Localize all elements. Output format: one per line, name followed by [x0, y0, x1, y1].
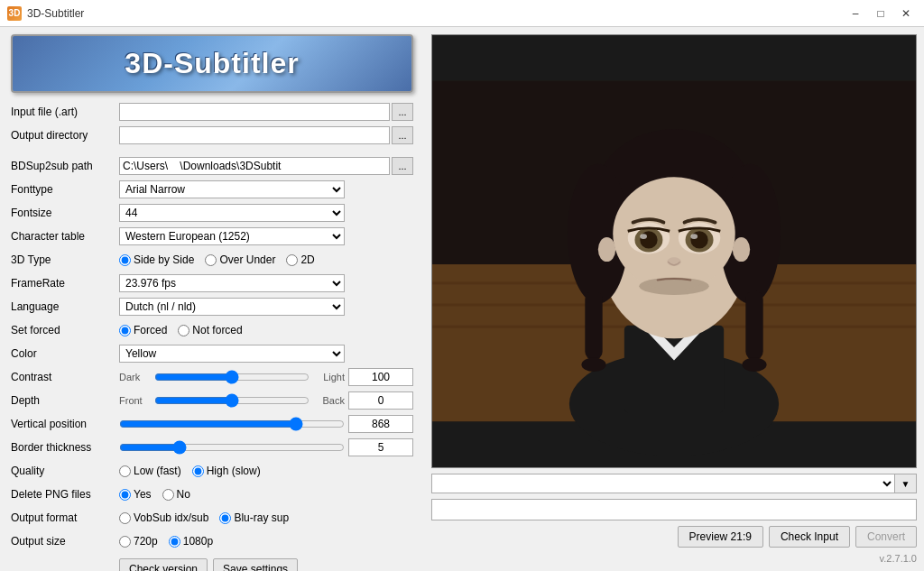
not-forced-radio[interactable] [178, 325, 189, 336]
right-panel: ▼ Preview 21:9 Check Input Convert v.2.7… [424, 27, 924, 571]
forced-label: Forced [134, 324, 167, 336]
output-size-label: Output size [11, 535, 119, 548]
vert-pos-slider[interactable] [119, 417, 345, 431]
vobsub-text: VobSub idx/sub [134, 511, 208, 524]
window-controls: – □ ✕ [845, 5, 917, 23]
quality-high-radio[interactable] [192, 465, 204, 477]
fonttype-control: Arial Narrow Arial Times New Roman [119, 180, 413, 198]
save-settings-button[interactable]: Save settings [213, 558, 298, 571]
close-button[interactable]: ✕ [895, 5, 917, 23]
bluray-radio[interactable] [219, 512, 231, 524]
delete-no-label[interactable]: No [162, 488, 190, 501]
preview-button[interactable]: Preview 21:9 [678, 526, 763, 548]
framerate-label: FrameRate [11, 277, 119, 290]
vobsub-radio[interactable] [119, 512, 131, 524]
delete-no-text: No [177, 488, 190, 501]
input-file-label: Input file (.art) [11, 106, 119, 118]
framerate-select[interactable]: 23.976 fps 24 fps 25 fps 29.97 fps [119, 274, 345, 292]
bdsup-control: ... [119, 157, 413, 175]
type-3d-row: 3D Type Side by Side Over Under 2D [11, 250, 413, 270]
720p-radio-label[interactable]: 720p [119, 535, 158, 548]
fonttype-row: Fonttype Arial Narrow Arial Times New Ro… [11, 180, 413, 199]
minimize-button[interactable]: – [845, 5, 866, 23]
right-controls: ▼ Preview 21:9 Check Input Convert v.2.7… [431, 474, 917, 564]
quality-low-label[interactable]: Low (fast) [119, 465, 181, 477]
ou-radio[interactable] [205, 254, 217, 266]
vert-pos-value-input[interactable] [348, 415, 413, 433]
set-forced-row: Set forced Forced Not forced [11, 320, 413, 340]
svg-rect-15 [585, 290, 602, 360]
input-file-control: ... [119, 103, 413, 121]
1080p-radio[interactable] [169, 536, 180, 548]
2d-radio-label[interactable]: 2D [286, 253, 314, 266]
color-row: Color Yellow White Red Blue Green [11, 344, 413, 364]
vobsub-radio-label[interactable]: VobSub idx/sub [119, 511, 208, 524]
output-dir-control: ... [119, 126, 413, 144]
border-thick-control [119, 440, 345, 455]
language-select[interactable]: Dutch (nl / nld) English (en / eng) Fren… [119, 298, 345, 316]
output-dir-browse-button[interactable]: ... [392, 126, 413, 144]
contrast-control: Dark Light [119, 370, 345, 384]
bluray-text: Blu-ray sup [234, 511, 289, 524]
vert-pos-row: Vertical position [11, 414, 413, 434]
bdsup-field[interactable] [119, 157, 390, 175]
bottom-buttons: Check version Save settings [11, 558, 413, 571]
svg-point-29 [598, 237, 615, 262]
bdsup-browse-button[interactable]: ... [392, 157, 413, 175]
border-slider-container [119, 440, 345, 455]
color-select[interactable]: Yellow White Red Blue Green [119, 345, 345, 363]
convert-button[interactable]: Convert [855, 526, 917, 548]
vert-pos-label: Vertical position [11, 418, 119, 430]
forced-radio-label[interactable]: Forced [119, 324, 167, 336]
svg-point-26 [690, 231, 707, 248]
check-input-button[interactable]: Check Input [769, 526, 850, 548]
maximize-button[interactable]: □ [870, 5, 892, 23]
quality-high-text: High (slow) [207, 465, 261, 477]
2d-radio[interactable] [286, 254, 298, 266]
delete-yes-label[interactable]: Yes [119, 488, 152, 501]
quality-low-radio[interactable] [119, 465, 131, 477]
border-value-input[interactable] [348, 438, 413, 456]
delete-yes-radio[interactable] [119, 489, 131, 501]
right-dropdown-row: ▼ [431, 474, 917, 493]
border-slider[interactable] [119, 440, 345, 455]
fonttype-select[interactable]: Arial Narrow Arial Times New Roman [119, 180, 345, 198]
empty-text-row [431, 499, 917, 520]
depth-value-input[interactable] [348, 391, 413, 410]
output-dir-field[interactable] [119, 126, 390, 144]
1080p-radio-label[interactable]: 1080p [169, 535, 213, 548]
char-table-control: Western European (1252) UTF-8 UTF-16 [119, 227, 413, 245]
720p-radio[interactable] [119, 536, 131, 548]
input-file-browse-button[interactable]: ... [392, 103, 413, 121]
output-dir-label: Output directory [11, 129, 119, 142]
char-table-select[interactable]: Western European (1252) UTF-8 UTF-16 [119, 227, 345, 245]
contrast-slider[interactable] [154, 370, 310, 384]
set-forced-label: Set forced [11, 324, 119, 336]
delete-no-radio[interactable] [162, 489, 174, 501]
main-container: 3D-Subtitler Input file (.art) ... Outpu… [0, 27, 924, 571]
sbs-radio[interactable] [119, 254, 131, 266]
not-forced-radio-label[interactable]: Not forced [178, 324, 242, 336]
output-format-control: VobSub idx/sub Blu-ray sup [119, 511, 413, 524]
check-version-button[interactable]: Check version [119, 558, 208, 571]
input-file-field[interactable] [119, 103, 390, 121]
dropdown-arrow-icon[interactable]: ▼ [895, 474, 917, 493]
svg-point-27 [690, 234, 698, 239]
svg-point-23 [640, 234, 647, 239]
depth-back-label: Back [313, 395, 345, 406]
svg-point-31 [639, 278, 708, 295]
svg-rect-17 [745, 290, 762, 360]
depth-slider[interactable] [154, 393, 310, 408]
bluray-radio-label[interactable]: Blu-ray sup [219, 511, 289, 524]
logo-text: 3D-Subtitler [23, 47, 401, 80]
forced-radio[interactable] [119, 325, 131, 336]
bdsup-row: BDSup2sub path ... [11, 156, 413, 176]
fontsize-select[interactable]: 44 36 40 48 [119, 204, 345, 222]
right-dropdown[interactable] [431, 474, 895, 493]
quality-high-label[interactable]: High (slow) [192, 465, 261, 477]
ou-radio-label[interactable]: Over Under [205, 253, 275, 266]
sbs-radio-label[interactable]: Side by Side [119, 253, 194, 266]
depth-front-label: Front [119, 395, 151, 406]
right-buttons: Preview 21:9 Check Input Convert [431, 526, 917, 548]
contrast-value-input[interactable] [348, 368, 413, 386]
